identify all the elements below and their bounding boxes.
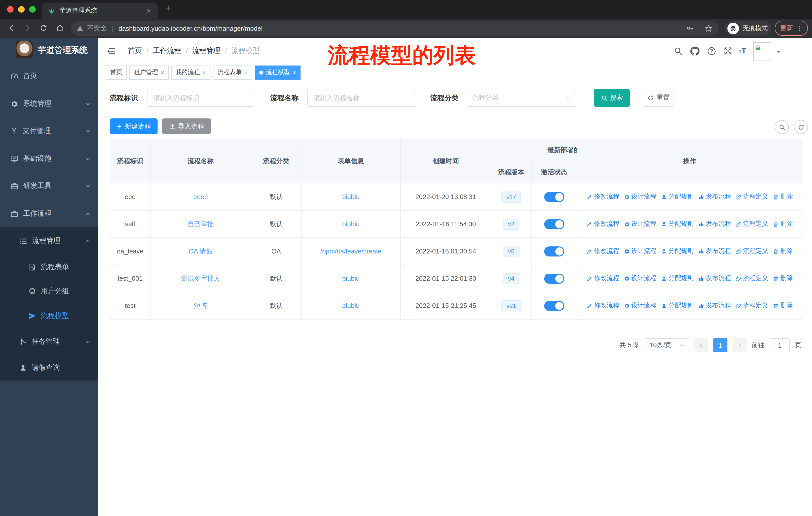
tag-close-icon[interactable]: ×: [244, 69, 248, 76]
sidebar-item-infra[interactable]: 基础设施: [0, 148, 98, 169]
active-toggle[interactable]: [544, 219, 564, 229]
active-toggle[interactable]: [544, 301, 564, 311]
user-caret-down-icon[interactable]: [775, 48, 782, 55]
bookmark-star-icon[interactable]: [704, 24, 713, 32]
assign-rule-link[interactable]: 分配规则: [661, 274, 694, 283]
sidebar-item-leave-query[interactable]: 请假查询: [0, 358, 98, 378]
filter-name-input[interactable]: [307, 89, 416, 107]
sidebar-item-process-model[interactable]: 流程模型: [0, 306, 98, 326]
breadcrumb-workflow[interactable]: 工作流程: [153, 46, 181, 55]
not-secure-label[interactable]: 不安全: [87, 24, 107, 33]
active-toggle[interactable]: [544, 246, 564, 256]
modify-process-link[interactable]: 修改流程: [586, 301, 619, 310]
page-number-button[interactable]: 1: [713, 338, 727, 352]
process-definition-link[interactable]: 流程定义: [735, 247, 768, 255]
prev-page-button[interactable]: [694, 338, 708, 352]
process-definition-link[interactable]: 流程定义: [735, 301, 768, 310]
back-icon[interactable]: [7, 24, 16, 33]
traffic-minimize-button[interactable]: [18, 6, 25, 12]
version-tag[interactable]: v5: [503, 246, 519, 257]
cell-name-link[interactable]: eeee: [193, 193, 208, 200]
forward-icon[interactable]: [23, 24, 32, 33]
help-icon[interactable]: [707, 46, 716, 56]
filter-id-input[interactable]: [147, 89, 254, 107]
sidebar-item-pay[interactable]: ¥ 支付管理: [0, 121, 98, 141]
process-definition-link[interactable]: 流程定义: [735, 274, 768, 283]
cell-name-link[interactable]: OA 请假: [188, 247, 212, 256]
toggle-search-button[interactable]: [775, 120, 789, 134]
assign-rule-link[interactable]: 分配规则: [661, 247, 694, 255]
process-definition-link[interactable]: 流程定义: [735, 192, 768, 201]
tag-home[interactable]: 首页: [106, 65, 127, 79]
publish-process-link[interactable]: 发布流程: [698, 220, 731, 228]
traffic-close-button[interactable]: [7, 6, 13, 12]
sidebar-item-home[interactable]: 首页: [0, 66, 98, 86]
cell-form-link[interactable]: biubiu: [342, 275, 359, 282]
version-tag[interactable]: v4: [503, 273, 519, 284]
sidebar-item-process-mgmt[interactable]: 流程管理: [0, 231, 98, 251]
search-button[interactable]: 搜索: [594, 89, 630, 107]
avatar[interactable]: [753, 42, 771, 60]
sidebar-item-task-mgmt[interactable]: 任务管理: [0, 332, 98, 352]
process-definition-link[interactable]: 流程定义: [735, 220, 768, 228]
cell-name-link[interactable]: 测试多审批人: [181, 274, 220, 283]
cell-name-link[interactable]: 滔博: [194, 301, 207, 310]
tab-close-icon[interactable]: [146, 8, 151, 13]
sidebar-item-workflow[interactable]: 工作流程: [0, 203, 98, 224]
delete-link[interactable]: 删除: [773, 247, 793, 255]
delete-link[interactable]: 删除: [773, 192, 793, 201]
fullscreen-icon[interactable]: [723, 46, 732, 55]
publish-process-link[interactable]: 发布流程: [698, 192, 731, 201]
github-icon[interactable]: [690, 46, 700, 56]
cell-form-link[interactable]: biubiu: [342, 302, 359, 309]
password-key-icon[interactable]: [686, 24, 694, 32]
active-toggle[interactable]: [544, 273, 564, 283]
delete-link[interactable]: 删除: [773, 220, 793, 228]
tag-my-process[interactable]: 我的流程×: [171, 65, 210, 79]
assign-rule-link[interactable]: 分配规则: [661, 220, 694, 228]
cell-name-link[interactable]: 自己审批: [187, 219, 214, 228]
sidebar-item-dev[interactable]: 研发工具: [0, 176, 98, 196]
design-process-link[interactable]: 设计流程: [624, 274, 657, 283]
chrome-update-button[interactable]: 更新: [775, 21, 808, 36]
cell-form-link[interactable]: biubiu: [342, 193, 359, 200]
browser-tab[interactable]: 芋道管理系统: [42, 2, 157, 19]
tag-close-icon[interactable]: ×: [161, 69, 164, 76]
reload-icon[interactable]: [39, 24, 48, 32]
tag-process-model[interactable]: 流程模型×: [255, 65, 300, 79]
create-process-button[interactable]: 新建流程: [110, 118, 157, 134]
design-process-link[interactable]: 设计流程: [624, 192, 657, 201]
assign-rule-link[interactable]: 分配规则: [661, 301, 694, 310]
sidebar-item-process-form[interactable]: 流程表单: [0, 257, 98, 277]
url-text[interactable]: dashboard.yudao.iocoder.cn/bpm/manager/m…: [119, 24, 686, 32]
design-process-link[interactable]: 设计流程: [624, 301, 657, 310]
modify-process-link[interactable]: 修改流程: [586, 192, 619, 201]
home-icon[interactable]: [55, 24, 64, 33]
address-bar[interactable]: 不安全 | dashboard.yudao.iocoder.cn/bpm/man…: [70, 21, 719, 36]
tag-tenant[interactable]: 租户管理×: [129, 65, 169, 79]
breadcrumb-home[interactable]: 首页: [128, 46, 142, 55]
sidebar-collapse-icon[interactable]: [106, 46, 116, 56]
refresh-table-button[interactable]: [794, 120, 808, 134]
page-size-select[interactable]: 10条/页: [645, 338, 689, 352]
next-page-button[interactable]: [732, 338, 747, 352]
publish-process-link[interactable]: 发布流程: [698, 301, 731, 310]
tag-process-form[interactable]: 流程表单×: [213, 65, 252, 79]
traffic-zoom-button[interactable]: [29, 6, 36, 12]
cell-form-link[interactable]: biubiu: [342, 220, 359, 228]
assign-rule-link[interactable]: 分配规则: [661, 192, 694, 201]
reset-button[interactable]: 重置: [643, 89, 674, 107]
modify-process-link[interactable]: 修改流程: [586, 247, 619, 255]
active-toggle[interactable]: [544, 192, 564, 202]
modify-process-link[interactable]: 修改流程: [586, 220, 619, 228]
design-process-link[interactable]: 设计流程: [624, 220, 657, 228]
publish-process-link[interactable]: 发布流程: [698, 247, 731, 255]
design-process-link[interactable]: 设计流程: [624, 247, 657, 255]
new-tab-icon[interactable]: [164, 4, 172, 12]
header-search-icon[interactable]: [673, 46, 683, 55]
version-tag[interactable]: v17: [501, 191, 521, 202]
sidebar-item-user-group[interactable]: 用户分组: [0, 281, 98, 301]
tag-close-icon[interactable]: ×: [202, 69, 206, 76]
browser-menu-icon[interactable]: [796, 25, 803, 31]
delete-link[interactable]: 删除: [773, 301, 793, 310]
